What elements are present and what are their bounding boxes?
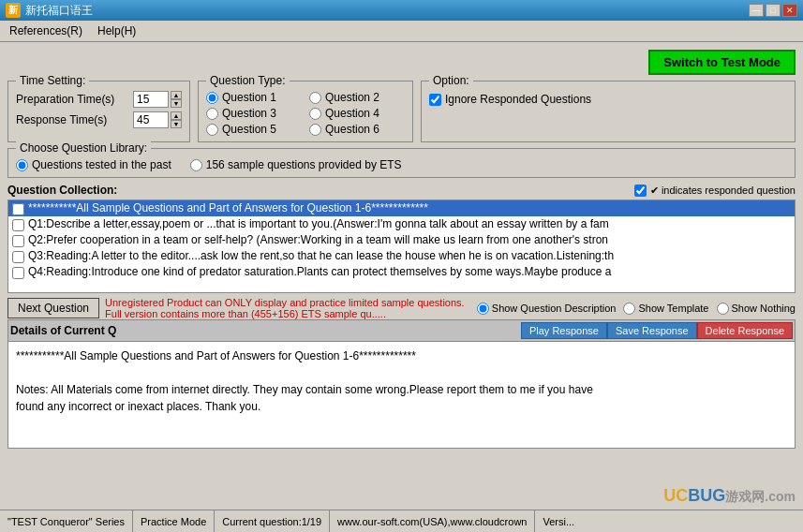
close-button[interactable]: ✕ <box>782 4 797 17</box>
menu-help[interactable]: Help(H) <box>92 22 141 39</box>
collection-note-checkbox[interactable] <box>634 185 647 197</box>
show-description-option[interactable]: Show Question Description <box>477 303 617 315</box>
resp-time-spinner[interactable]: ▲ ▼ <box>171 111 182 128</box>
question-type-group: Question Type: Question 1 Question 2 Que… <box>198 81 413 142</box>
time-setting-label: Time Setting: <box>16 74 89 87</box>
ignore-responded-option[interactable]: Ignore Responded Questions <box>429 93 787 106</box>
watermark-extra: 游戏网 <box>725 489 765 504</box>
menubar: References(R) Help(H) <box>0 21 803 42</box>
details-line3: Notes: All Materials come from internet … <box>16 381 787 398</box>
question-type-q3[interactable]: Question 3 <box>206 107 302 120</box>
item-checkbox[interactable] <box>12 267 24 279</box>
prep-time-down[interactable]: ▼ <box>171 99 182 108</box>
status-version: Versi... <box>535 510 803 532</box>
details-line2 <box>16 364 787 381</box>
show-template-option[interactable]: Show Template <box>623 303 708 315</box>
watermark: UCBUG游戏网.com <box>663 486 796 506</box>
resp-time-row: Response Time(s) 45 ▲ ▼ <box>16 111 182 128</box>
watermark-uc: UC <box>663 486 688 505</box>
item-checkbox[interactable] <box>12 251 24 263</box>
resp-time-input[interactable]: 45 <box>133 111 169 128</box>
settings-row: Time Setting: Preparation Time(s) 15 ▲ ▼… <box>7 81 796 142</box>
question-type-q4[interactable]: Question 4 <box>309 107 405 120</box>
watermark-domain: .com <box>765 489 796 504</box>
question-type-label: Question Type: <box>206 74 290 87</box>
q1-radio[interactable] <box>206 92 218 104</box>
q4-radio[interactable] <box>309 108 321 120</box>
show-nothing-option[interactable]: Show Nothing <box>717 303 796 315</box>
warning-text-2: Full version contains more than (455+156… <box>105 308 465 319</box>
status-mode: Practice Mode <box>133 510 215 532</box>
question-type-q1[interactable]: Question 1 <box>206 91 302 104</box>
window-controls: — □ ✕ <box>749 4 797 17</box>
resp-time-up[interactable]: ▲ <box>171 111 182 120</box>
library-options: Questions tested in the past 156 sample … <box>16 158 787 171</box>
details-content: ***********All Sample Questions and Part… <box>7 341 796 449</box>
question-type-q5[interactable]: Question 5 <box>206 123 302 136</box>
list-item[interactable]: ***********All Sample Questions and Part… <box>8 200 795 216</box>
item-checkbox[interactable] <box>12 203 24 215</box>
option-group: Option: Ignore Responded Questions <box>421 81 796 142</box>
action-row: Next Question Unregistered Product can O… <box>7 297 796 319</box>
question-list[interactable]: ***********All Sample Questions and Part… <box>7 200 796 293</box>
switch-to-test-mode-button[interactable]: Switch to Test Mode <box>648 50 796 75</box>
list-item[interactable]: Q3:Reading:A letter to the editor....ask… <box>8 248 795 264</box>
q2-radio[interactable] <box>309 92 321 104</box>
warning-area: Unregistered Product can ONLY display an… <box>105 297 465 319</box>
collection-note: ✔ indicates responded question <box>634 185 796 197</box>
show-description-radio[interactable] <box>477 303 489 315</box>
details-line1: ***********All Sample Questions and Part… <box>16 347 787 364</box>
status-series: "TEST Conqueror" Series <box>0 510 133 532</box>
resp-time-down[interactable]: ▼ <box>171 120 182 128</box>
prep-time-input[interactable]: 15 <box>133 91 169 108</box>
top-row: Switch to Test Mode <box>7 50 796 75</box>
main-content: Switch to Test Mode Time Setting: Prepar… <box>0 42 803 509</box>
delete-response-button[interactable]: Delete Response <box>697 322 793 339</box>
details-title: Details of Current Q <box>10 324 116 337</box>
prep-time-up[interactable]: ▲ <box>171 91 182 99</box>
app-title: 新托福口语王 <box>25 3 749 19</box>
time-setting-group: Time Setting: Preparation Time(s) 15 ▲ ▼… <box>7 81 190 142</box>
prep-time-label: Preparation Time(s) <box>16 93 133 106</box>
show-template-radio[interactable] <box>623 303 635 315</box>
item-checkbox[interactable] <box>12 235 24 247</box>
list-item[interactable]: Q1:Describe a letter,essay,poem or ...th… <box>8 216 795 232</box>
q3-radio[interactable] <box>206 108 218 120</box>
watermark-bug: BUG <box>688 486 725 505</box>
play-response-button[interactable]: Play Response <box>521 322 607 339</box>
prep-time-spinner[interactable]: ▲ ▼ <box>171 91 182 108</box>
details-header: Details of Current Q Play Response Save … <box>7 319 796 341</box>
library-past-radio[interactable] <box>16 159 28 171</box>
question-type-q2[interactable]: Question 2 <box>309 91 405 104</box>
minimize-button[interactable]: — <box>749 4 764 17</box>
save-response-button[interactable]: Save Response <box>607 322 697 339</box>
item-checkbox[interactable] <box>12 219 24 231</box>
resp-time-label: Response Time(s) <box>16 113 133 126</box>
detail-action-buttons: Play Response Save Response Delete Respo… <box>521 322 793 339</box>
status-current-question: Current question:1/19 <box>215 510 330 532</box>
option-label: Option: <box>429 74 473 87</box>
status-url: www.our-soft.com(USA),www.cloudcrown <box>330 510 535 532</box>
maximize-button[interactable]: □ <box>766 4 781 17</box>
library-ets[interactable]: 156 sample questions provided by ETS <box>190 158 402 171</box>
list-item[interactable]: Q4:Reading:Introduce one kind of predato… <box>8 264 795 280</box>
prep-time-row: Preparation Time(s) 15 ▲ ▼ <box>16 91 182 108</box>
show-options: Show Question Description Show Template … <box>477 303 796 315</box>
q5-radio[interactable] <box>206 124 218 136</box>
question-type-options: Question 1 Question 2 Question 3 Questio… <box>206 91 405 136</box>
titlebar: 新 新托福口语王 — □ ✕ <box>0 0 803 21</box>
question-library-group: Choose Question Library: Questions teste… <box>7 148 796 178</box>
library-ets-radio[interactable] <box>190 159 202 171</box>
collection-title: Question Collection: <box>7 184 117 197</box>
question-type-q6[interactable]: Question 6 <box>309 123 405 136</box>
menu-references[interactable]: References(R) <box>4 22 88 39</box>
statusbar: "TEST Conqueror" Series Practice Mode Cu… <box>0 510 803 532</box>
warning-text-1: Unregistered Product can ONLY display an… <box>105 297 465 308</box>
q6-radio[interactable] <box>309 124 321 136</box>
details-line4: found any incorrect or inexact places. T… <box>16 398 787 415</box>
show-nothing-radio[interactable] <box>717 303 729 315</box>
library-past[interactable]: Questions tested in the past <box>16 158 171 171</box>
list-item[interactable]: Q2:Prefer cooperation in a team or self-… <box>8 232 795 248</box>
ignore-responded-checkbox[interactable] <box>429 94 441 106</box>
next-question-button[interactable]: Next Question <box>7 298 99 318</box>
